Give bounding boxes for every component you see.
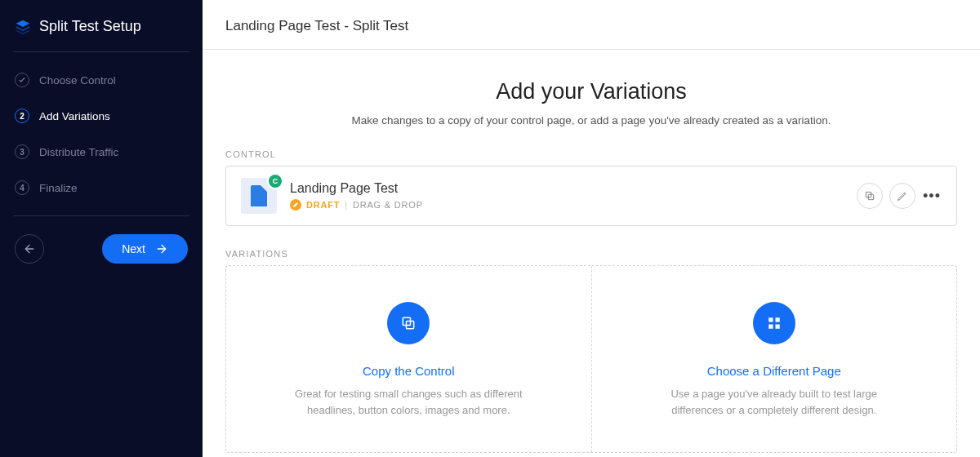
option-desc: Great for testing small changes such as … bbox=[294, 386, 523, 418]
control-card: C Landing Page Test DRAFT | DRAG & DROP bbox=[225, 166, 957, 226]
grid-icon bbox=[753, 302, 795, 344]
step-label: Distribute Traffic bbox=[39, 146, 118, 158]
page-type-label: DRAG & DROP bbox=[353, 200, 423, 210]
svg-rect-5 bbox=[775, 317, 779, 322]
hero: Add your Variations Make changes to a co… bbox=[225, 79, 957, 126]
page-thumbnail: C bbox=[241, 178, 277, 214]
option-title: Copy the Control bbox=[363, 364, 455, 378]
svg-rect-7 bbox=[775, 325, 779, 329]
step-add-variations[interactable]: 2 Add Variations bbox=[0, 98, 203, 134]
main-content: Landing Page Test - Split Test Add your … bbox=[203, 0, 980, 457]
edit-button[interactable] bbox=[889, 183, 915, 209]
arrow-left-icon bbox=[23, 242, 36, 255]
hero-heading: Add your Variations bbox=[225, 79, 957, 104]
meta-divider: | bbox=[345, 200, 348, 210]
hero-subtext: Make changes to a copy of your control p… bbox=[225, 114, 957, 126]
control-badge: C bbox=[267, 173, 283, 189]
pencil-icon bbox=[897, 190, 908, 202]
layers-icon bbox=[15, 19, 31, 35]
sidebar: Split Test Setup Choose Control 2 Add Va… bbox=[0, 0, 203, 457]
step-label: Choose Control bbox=[39, 74, 116, 87]
option-choose-different-page[interactable]: Choose a Different Page Use a page you'v… bbox=[591, 266, 957, 452]
sidebar-header: Split Test Setup bbox=[0, 0, 203, 51]
svg-rect-4 bbox=[768, 317, 773, 322]
control-meta: DRAFT | DRAG & DROP bbox=[290, 199, 844, 211]
duplicate-button[interactable] bbox=[857, 183, 883, 209]
step-label: Finalize bbox=[39, 182, 78, 194]
back-button[interactable] bbox=[15, 234, 44, 264]
variations-box: Copy the Control Great for testing small… bbox=[225, 265, 957, 453]
copy-icon bbox=[864, 190, 875, 202]
next-label: Next bbox=[122, 242, 145, 255]
main-body: Add your Variations Make changes to a co… bbox=[203, 50, 980, 457]
pencil-icon bbox=[290, 199, 301, 211]
step-number-badge: 2 bbox=[15, 109, 29, 123]
arrow-right-icon bbox=[155, 242, 168, 255]
step-number-badge: 3 bbox=[15, 144, 29, 159]
sidebar-title: Split Test Setup bbox=[39, 18, 141, 35]
step-label: Add Variations bbox=[39, 110, 110, 122]
copy-icon bbox=[387, 302, 430, 344]
option-desc: Use a page you've already built to test … bbox=[660, 386, 889, 418]
step-distribute-traffic[interactable]: 3 Distribute Traffic bbox=[0, 134, 203, 170]
variations-section-label: VARIATIONS bbox=[225, 249, 957, 259]
next-button[interactable]: Next bbox=[102, 234, 188, 264]
dots-icon: ••• bbox=[923, 188, 941, 205]
option-title: Choose a Different Page bbox=[707, 364, 841, 378]
svg-rect-6 bbox=[768, 325, 773, 329]
more-options-button[interactable]: ••• bbox=[922, 188, 942, 205]
sidebar-footer: Next bbox=[0, 216, 203, 282]
status-badge: DRAFT bbox=[306, 200, 340, 210]
wizard-steps: Choose Control 2 Add Variations 3 Distri… bbox=[0, 52, 203, 215]
step-number-badge: 4 bbox=[15, 180, 29, 195]
step-choose-control[interactable]: Choose Control bbox=[0, 62, 203, 98]
control-title: Landing Page Test bbox=[290, 181, 844, 196]
page-icon bbox=[251, 185, 267, 206]
control-section-label: CONTROL bbox=[225, 149, 957, 159]
page-title: Landing Page Test - Split Test bbox=[203, 0, 980, 50]
step-finalize[interactable]: 4 Finalize bbox=[0, 170, 203, 206]
check-icon bbox=[15, 73, 29, 87]
option-copy-control[interactable]: Copy the Control Great for testing small… bbox=[226, 266, 591, 452]
control-actions: ••• bbox=[857, 183, 942, 209]
control-info: Landing Page Test DRAFT | DRAG & DROP bbox=[290, 181, 844, 211]
